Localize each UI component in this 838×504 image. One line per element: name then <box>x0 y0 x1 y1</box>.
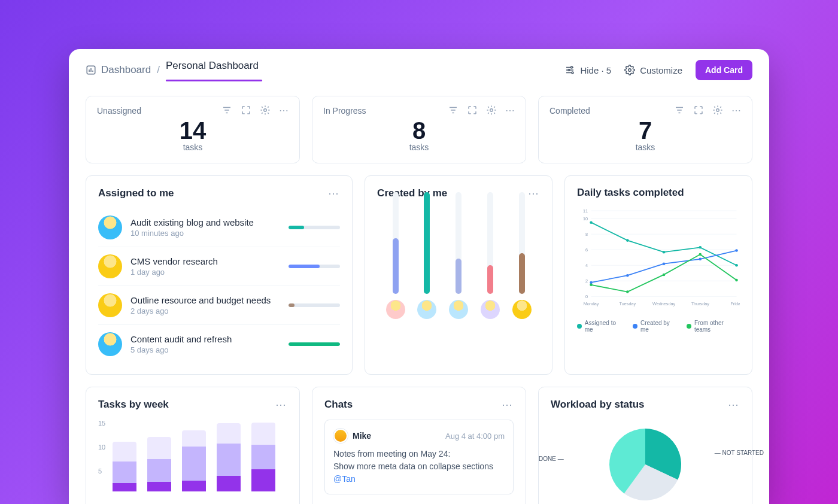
card-title: Workload by status <box>551 399 645 411</box>
more-icon[interactable]: ⋯ <box>728 398 740 411</box>
chat-mention[interactable]: @Tan <box>333 473 505 485</box>
assigned-list: Audit existing blog and website 10 minut… <box>98 208 340 363</box>
breadcrumb-root-label: Dashboard <box>101 64 151 76</box>
breadcrumb-root[interactable]: Dashboard <box>86 64 151 76</box>
task-row[interactable]: Audit existing blog and website 10 minut… <box>98 208 340 247</box>
svg-text:0: 0 <box>585 294 588 299</box>
stat-label: Completed <box>549 106 590 116</box>
y-tick: 15 <box>98 420 105 427</box>
customize-button[interactable]: Customize <box>624 65 682 75</box>
customize-label: Customize <box>640 65 682 75</box>
vbar-column <box>449 192 468 319</box>
stacked-bar <box>182 430 206 491</box>
vbar-column <box>481 192 500 319</box>
y-tick: 5 <box>98 467 102 475</box>
more-icon[interactable]: ⋯ <box>505 105 515 116</box>
stat-card-completed: Completed ⋯ 7 tasks <box>538 96 752 163</box>
hide-button[interactable]: Hide · 5 <box>564 65 611 75</box>
vbar-track <box>424 192 430 294</box>
svg-text:Tuesday: Tuesday <box>620 301 636 306</box>
bar-chart: 15 10 5 <box>98 420 287 504</box>
svg-point-31 <box>735 264 738 267</box>
avatar[interactable] <box>449 300 468 319</box>
task-title: CMS vendor research <box>130 256 280 266</box>
task-row[interactable]: Outline resource and budget needs 2 days… <box>98 286 340 325</box>
expand-icon[interactable] <box>693 105 704 116</box>
pie-chart: DONE — — NOT STARTED <box>551 420 740 504</box>
row-widgets-2: Tasks by week ⋯ 15 10 5 Chats ⋯ <box>86 387 752 504</box>
svg-text:6: 6 <box>585 247 588 253</box>
breadcrumb-current[interactable]: Personal Dashboard <box>166 60 259 80</box>
breadcrumb-separator: / <box>157 64 160 76</box>
svg-point-32 <box>590 281 593 284</box>
legend-item: Created by me <box>633 320 678 333</box>
svg-text:8: 8 <box>585 232 588 237</box>
svg-point-33 <box>626 274 629 277</box>
svg-point-6 <box>490 109 493 112</box>
gear-icon[interactable] <box>486 105 497 116</box>
avatar[interactable] <box>386 300 405 319</box>
hide-label: Hide · 5 <box>580 65 611 75</box>
vbar-column <box>512 192 532 319</box>
svg-text:10: 10 <box>583 216 588 221</box>
avatar[interactable] <box>417 300 436 319</box>
stacked-bar <box>251 423 275 491</box>
card-workload: Workload by status ⋯ DONE — — NOT STARTE… <box>538 387 752 504</box>
more-icon[interactable]: ⋯ <box>275 398 287 411</box>
stat-card-unassigned: Unassigned ⋯ 14 tasks <box>86 96 300 163</box>
svg-point-39 <box>663 274 666 277</box>
task-title: Outline resource and budget needs <box>130 295 280 305</box>
task-title: Audit existing blog and website <box>130 217 280 227</box>
chat-line: Show more meta data on collapse sections <box>333 460 505 473</box>
expand-icon[interactable] <box>467 105 478 116</box>
progress-bar <box>289 303 340 307</box>
vbar-track <box>393 192 399 294</box>
card-title: Daily tasks completed <box>577 187 684 199</box>
add-card-button[interactable]: Add Card <box>696 60 752 80</box>
svg-text:Thursday: Thursday <box>691 301 710 306</box>
filter-icon[interactable] <box>448 105 459 116</box>
stat-card-inprogress: In Progress ⋯ 8 tasks <box>312 96 526 163</box>
chat-date: Aug 4 at 4:00 pm <box>445 432 505 441</box>
task-row[interactable]: Content audit and refresh 5 days ago <box>98 325 340 363</box>
legend-item: From other teams <box>687 320 740 333</box>
vbar-track <box>487 192 493 294</box>
filter-icon[interactable] <box>221 105 232 116</box>
more-icon[interactable]: ⋯ <box>502 398 514 411</box>
gear-icon <box>624 65 635 75</box>
filter-icon[interactable] <box>674 105 685 116</box>
gear-icon[interactable] <box>260 105 271 116</box>
svg-point-28 <box>626 239 629 242</box>
dashboard-icon <box>86 65 96 75</box>
more-icon[interactable]: ⋯ <box>731 105 741 116</box>
vbar-column <box>417 192 436 319</box>
svg-point-4 <box>628 69 631 72</box>
legend-item: Assigned to me <box>577 320 624 333</box>
card-tasks-week: Tasks by week ⋯ 15 10 5 <box>86 387 300 504</box>
more-icon[interactable]: ⋯ <box>279 105 289 116</box>
stat-value: 14 <box>97 119 289 142</box>
gear-icon[interactable] <box>712 105 723 116</box>
pie-label-notstarted: — NOT STARTED <box>715 450 764 456</box>
expand-icon[interactable] <box>241 105 251 116</box>
task-title: Content audit and refresh <box>130 334 280 344</box>
stacked-bar <box>147 437 171 491</box>
chart-legend: Assigned to meCreated by meFrom other te… <box>577 320 740 333</box>
avatar[interactable] <box>481 300 500 319</box>
svg-text:Wednesday: Wednesday <box>652 301 676 306</box>
vbar-track <box>456 192 461 294</box>
task-row[interactable]: CMS vendor research 1 day ago <box>98 247 340 286</box>
stat-value: 7 <box>549 119 741 142</box>
card-daily: Daily tasks completed 024681011MondayTue… <box>564 175 752 375</box>
svg-point-2 <box>568 69 570 71</box>
stat-value: 8 <box>323 119 515 142</box>
svg-text:Monday: Monday <box>584 301 599 306</box>
more-icon[interactable]: ⋯ <box>328 187 340 200</box>
task-time: 1 day ago <box>130 268 280 277</box>
app-window: Dashboard / Personal Dashboard Hide · 5 … <box>69 49 769 504</box>
avatar <box>98 332 122 356</box>
progress-bar <box>289 226 340 229</box>
chat-message[interactable]: Mike Aug 4 at 4:00 pm Notes from meeting… <box>324 420 514 494</box>
avatar[interactable] <box>512 300 532 319</box>
stacked-bar <box>217 423 241 491</box>
